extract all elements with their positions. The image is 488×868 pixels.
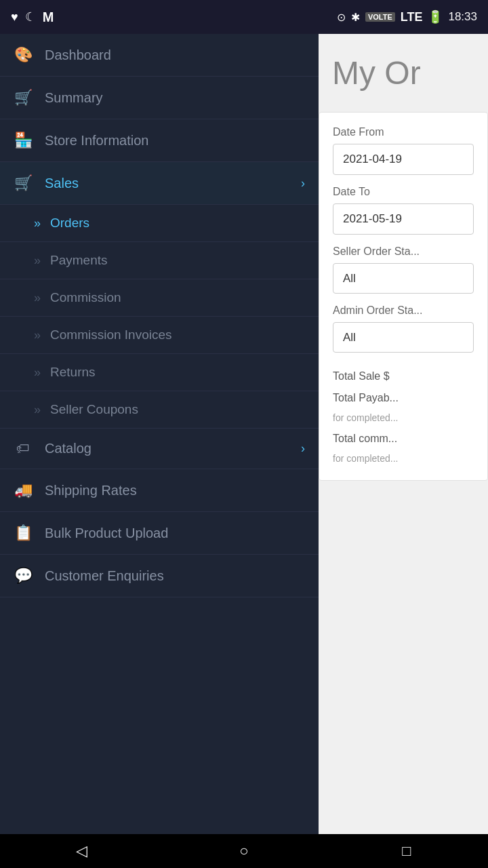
store-icon: 🏪: [14, 132, 33, 149]
sidebar-label-shipping-rates: Shipping Rates: [45, 483, 305, 498]
sidebar-sublabel-commission-invoices: Commission Invoices: [50, 328, 172, 342]
sidebar-label-sales: Sales: [45, 176, 289, 191]
sidebar: 🎨 Dashboard 🛒 Summary 🏪 Store Informatio…: [0, 34, 319, 834]
sidebar-sublabel-orders: Orders: [50, 216, 89, 231]
sidebar-label-dashboard: Dashboard: [45, 47, 305, 63]
admin-order-status-label: Admin Order Sta...: [333, 304, 474, 317]
content-area: My Or Date From Date To Seller Order Sta…: [319, 34, 488, 834]
status-bar-left: ♥ ☾ M: [11, 9, 54, 25]
sales-icon: 🛒: [14, 174, 33, 192]
summary-stats: Total Sale $ Total Payab... for complete…: [333, 368, 474, 467]
sidebar-subitem-payments[interactable]: » Payments: [0, 242, 319, 279]
sidebar-item-bulk-product-upload[interactable]: 📋 Bulk Product Upload: [0, 512, 319, 555]
sales-arrow-icon: ›: [301, 176, 305, 191]
home-icon: ○: [239, 842, 248, 860]
date-from-input[interactable]: [333, 144, 474, 175]
status-bar-right: ⊙ ✱ VOLTE LTE 🔋 18:33: [337, 9, 477, 24]
admin-order-status-select[interactable]: All: [333, 322, 474, 353]
sidebar-label-store-information: Store Information: [45, 133, 305, 149]
content-header: My Or: [319, 34, 488, 105]
back-icon: ◁: [76, 842, 87, 860]
gmail-icon: M: [43, 9, 54, 25]
back-button[interactable]: ◁: [54, 837, 108, 865]
shipping-icon: 🚚: [14, 481, 33, 499]
bottom-nav: ◁ ○ □: [0, 834, 488, 868]
sidebar-item-customer-enquiries[interactable]: 💬 Customer Enquiries: [0, 555, 319, 597]
wifi-icon: ⊙: [337, 11, 346, 24]
total-comm-text: Total comm...: [333, 430, 474, 448]
sidebar-sublabel-payments: Payments: [50, 253, 107, 268]
lte-text: LTE: [401, 10, 423, 24]
dashboard-icon: 🎨: [14, 46, 33, 64]
sidebar-subitem-commission[interactable]: » Commission: [0, 279, 319, 317]
sidebar-label-summary: Summary: [45, 90, 305, 106]
page-title: My Or: [332, 55, 421, 91]
payments-chevron-icon: »: [34, 254, 41, 268]
for-completed-text-1: for completed...: [333, 410, 474, 425]
sidebar-item-sales[interactable]: 🛒 Sales ›: [0, 162, 319, 205]
home-button[interactable]: ○: [217, 837, 271, 865]
catalog-icon: 🏷: [14, 441, 33, 456]
commission-invoices-chevron-icon: »: [34, 328, 41, 342]
status-bar: ♥ ☾ M ⊙ ✱ VOLTE LTE 🔋 18:33: [0, 0, 488, 34]
recent-apps-button[interactable]: □: [380, 837, 434, 865]
orders-chevron-icon: »: [34, 216, 41, 231]
recent-icon: □: [402, 842, 411, 860]
sidebar-subitem-commission-invoices[interactable]: » Commission Invoices: [0, 317, 319, 354]
sidebar-item-store-information[interactable]: 🏪 Store Information: [0, 119, 319, 162]
seller-order-status-select[interactable]: All: [333, 263, 474, 294]
date-to-input[interactable]: [333, 203, 474, 235]
sidebar-item-shipping-rates[interactable]: 🚚 Shipping Rates: [0, 469, 319, 512]
catalog-arrow-icon: ›: [301, 441, 305, 456]
sidebar-subitem-orders[interactable]: » Orders: [0, 205, 319, 242]
heart-icon: ♥: [11, 10, 18, 24]
volte-badge: VOLTE: [365, 12, 395, 22]
sidebar-item-catalog[interactable]: 🏷 Catalog ›: [0, 429, 319, 469]
sidebar-subitem-returns[interactable]: » Returns: [0, 354, 319, 391]
sidebar-item-dashboard[interactable]: 🎨 Dashboard: [0, 34, 319, 77]
returns-chevron-icon: »: [34, 366, 41, 380]
sidebar-sublabel-returns: Returns: [50, 365, 96, 380]
bluetooth-icon: ✱: [351, 11, 360, 24]
sidebar-subitem-seller-coupons[interactable]: » Seller Coupons: [0, 391, 319, 429]
seller-coupons-chevron-icon: »: [34, 403, 41, 417]
total-payable-text: Total Payab...: [333, 389, 474, 407]
date-to-label: Date To: [333, 186, 474, 198]
commission-chevron-icon: »: [34, 291, 41, 305]
date-from-label: Date From: [333, 126, 474, 138]
sidebar-sublabel-commission: Commission: [50, 290, 121, 305]
sidebar-sublabel-seller-coupons: Seller Coupons: [50, 402, 138, 417]
battery-icon: 🔋: [428, 9, 443, 24]
for-completed-text-2: for completed...: [333, 451, 474, 466]
sidebar-label-customer-enquiries: Customer Enquiries: [45, 568, 305, 584]
main-layout: 🎨 Dashboard 🛒 Summary 🏪 Store Informatio…: [0, 34, 488, 834]
filter-card: Date From Date To Seller Order Sta... Al…: [319, 112, 488, 481]
summary-icon: 🛒: [14, 89, 33, 106]
seller-order-status-label: Seller Order Sta...: [333, 245, 474, 258]
enquiries-icon: 💬: [14, 567, 33, 585]
moon-icon: ☾: [25, 9, 36, 24]
time-display: 18:33: [448, 10, 477, 24]
sidebar-label-bulk-product-upload: Bulk Product Upload: [45, 526, 305, 541]
sidebar-item-summary[interactable]: 🛒 Summary: [0, 77, 319, 119]
bulk-upload-icon: 📋: [14, 524, 33, 542]
sidebar-label-catalog: Catalog: [45, 441, 289, 456]
total-sale-text: Total Sale $: [333, 368, 474, 385]
